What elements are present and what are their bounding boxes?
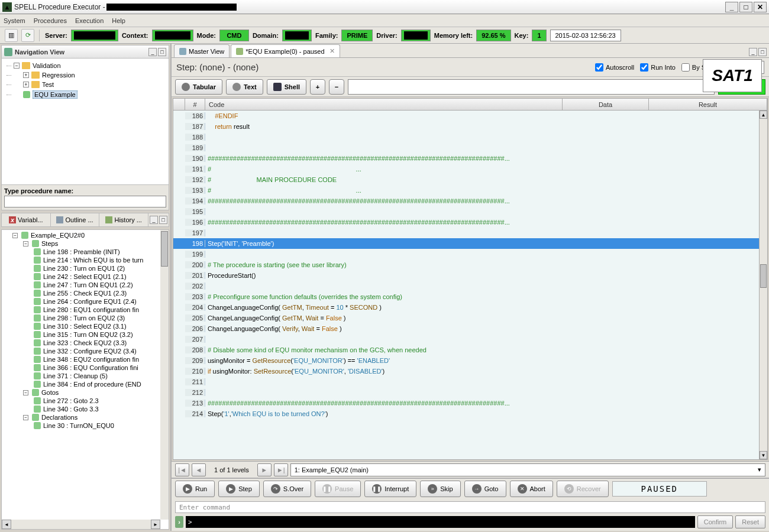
skip-button[interactable]: »Skip	[420, 481, 460, 497]
nav-next-button[interactable]: ►	[257, 463, 272, 476]
code-line[interactable]: 214Step('1','Which EQU is to be turned O…	[173, 408, 759, 419]
tab-variables[interactable]: xVariabl...	[2, 213, 51, 226]
code-line[interactable]: 190#####################################…	[173, 153, 759, 164]
outline-hscroll[interactable]: ◄►	[2, 520, 160, 529]
tree-test[interactable]: Test	[42, 81, 54, 88]
code-line[interactable]: 194#####################################…	[173, 196, 759, 206]
tab-min-icon[interactable]: _	[150, 216, 158, 224]
outline-item[interactable]: Line 230 : Turn on EQU1 (2)	[2, 264, 169, 273]
tab-outline[interactable]: Outline ...	[51, 213, 100, 226]
outline-item[interactable]: Line 340 : Goto 3.3	[2, 405, 169, 413]
sover-button[interactable]: ↷S.Over	[263, 481, 311, 497]
outline-item[interactable]: Line 371 : Cleanup (5)	[2, 372, 169, 380]
command-input[interactable]: >	[186, 516, 695, 528]
outline-item[interactable]: Line 247 : Turn ON EQU1 (2.2)	[2, 281, 169, 289]
outline-steps[interactable]: Steps	[41, 240, 58, 247]
outline-decl[interactable]: Declarations	[41, 414, 77, 421]
confirm-button[interactable]: Confirm	[697, 515, 734, 528]
nav-last-button[interactable]: ►|	[274, 463, 288, 476]
code-line[interactable]: 205ChangeLanguageConfig( GetTM, Wait = F…	[173, 313, 759, 323]
expander-icon[interactable]: −	[23, 415, 28, 420]
view-input[interactable]	[348, 79, 715, 95]
pause-button[interactable]: ❚❚Pause	[315, 481, 361, 497]
hdr-code[interactable]: Code	[205, 99, 563, 110]
code-line[interactable]: 198Step('INIT', 'Preamble')	[173, 238, 759, 249]
scroll-down-icon[interactable]: ▼	[760, 451, 767, 459]
code-line[interactable]: 196#####################################…	[173, 217, 759, 228]
outline-item[interactable]: Line 332 : Configure EQU2 (3.4)	[2, 347, 169, 355]
code-line[interactable]: 197	[173, 228, 759, 238]
code-line[interactable]: 191# ...	[173, 164, 759, 174]
nav-prev-button[interactable]: ◄	[192, 463, 206, 476]
hdr-num[interactable]: #	[185, 99, 205, 110]
hdr-data[interactable]: Data	[563, 99, 649, 110]
goto-button[interactable]: →Goto	[464, 481, 506, 497]
code-line[interactable]: 192# MAIN PROCEDURE CODE	[173, 174, 759, 185]
outline-item[interactable]: Line 198 : Preamble (INIT)	[2, 248, 169, 256]
editor-max-icon[interactable]: □	[758, 48, 767, 56]
expander-icon[interactable]: +	[23, 82, 29, 87]
outline-item[interactable]: Line 323 : Check EQU2 (3.3)	[2, 339, 169, 347]
code-line[interactable]: 189	[173, 142, 759, 153]
editor-min-icon[interactable]: _	[749, 48, 757, 56]
run-button[interactable]: ▶Run	[175, 481, 215, 497]
nav-first-button[interactable]: |◄	[175, 463, 189, 476]
outline-item[interactable]: Line 384 : End of procedure (END	[2, 380, 169, 388]
scroll-thumb[interactable]	[760, 264, 767, 288]
code-line[interactable]: 207	[173, 334, 759, 345]
outline-item[interactable]: Line 242 : Select EQU1 (2.1)	[2, 273, 169, 281]
maximize-button[interactable]: □	[739, 2, 752, 12]
outline-tree[interactable]: −Example_EQU2#0 −Steps Line 198 : Preamb…	[2, 230, 169, 431]
step-button[interactable]: ▶Step	[218, 481, 260, 497]
tool-button-1[interactable]: ▥	[5, 29, 18, 42]
code-line[interactable]: 187 return result	[173, 121, 759, 132]
outline-item[interactable]: Line 214 : Which EQU is to be turn	[2, 256, 169, 264]
outline-item[interactable]: Line 348 : EQU2 configuration fin	[2, 355, 169, 364]
expander-icon[interactable]: −	[14, 63, 20, 69]
code-line[interactable]: 199	[173, 249, 759, 259]
code-line[interactable]: 186 #ENDIF	[173, 111, 759, 121]
outline-item[interactable]: Line 280 : EQU1 configuration fin	[2, 306, 169, 314]
abort-button[interactable]: ✕Abort	[510, 481, 553, 497]
hdr-result[interactable]: Result	[649, 99, 767, 110]
outline-item[interactable]: Line 272 : Goto 2.3	[2, 397, 169, 405]
outline-item[interactable]: Line 310 : Select EQU2 (3.1)	[2, 322, 169, 330]
expander-icon[interactable]: +	[23, 72, 29, 78]
code-line[interactable]: 195	[173, 206, 759, 217]
tab-history[interactable]: History ...	[99, 213, 148, 226]
tab-max-icon[interactable]: □	[159, 216, 167, 224]
outline-item[interactable]: Line 255 : Check EQU1 (2.3)	[2, 289, 169, 297]
stack-select[interactable]: 1: Example_EQU2 (main)▾	[290, 463, 765, 476]
menu-system[interactable]: System	[4, 17, 25, 24]
close-button[interactable]: ✕	[754, 2, 767, 12]
remove-button[interactable]: −	[329, 79, 344, 95]
tab-equ-example[interactable]: *EQU Example(0) - paused✕	[231, 44, 340, 57]
runinto-check[interactable]: Run Into	[640, 63, 676, 72]
panel-max-icon[interactable]: □	[158, 48, 166, 56]
code-line[interactable]: 188	[173, 132, 759, 142]
tab-close-icon[interactable]: ✕	[329, 47, 335, 55]
outline-item[interactable]: Line 264 : Configure EQU1 (2.4)	[2, 297, 169, 306]
type-proc-input[interactable]	[4, 196, 166, 207]
autoscroll-check[interactable]: Autoscroll	[595, 63, 634, 72]
code-vscroll[interactable]: ▲ ▼	[759, 111, 767, 459]
code-line[interactable]: 213#####################################…	[173, 398, 759, 408]
panel-min-icon[interactable]: _	[148, 48, 157, 56]
menu-procedures[interactable]: Procedures	[34, 17, 67, 24]
scroll-up-icon[interactable]: ▲	[760, 111, 767, 119]
outline-item[interactable]: Line 298 : Turn on EQU2 (3)	[2, 314, 169, 322]
code-line[interactable]: 206ChangeLanguageConfig( Verify, Wait = …	[173, 323, 759, 334]
code-line[interactable]: 209usingMonitor = GetResource('EQU_MONIT…	[173, 355, 759, 366]
tree-regression[interactable]: Regression	[42, 72, 75, 79]
outline-item[interactable]: Line 30 : TurnON_EQU0	[2, 421, 169, 430]
shell-button[interactable]: Shell	[267, 79, 306, 95]
outline-gotos[interactable]: Gotos	[41, 389, 59, 396]
expander-icon[interactable]: −	[23, 390, 28, 395]
text-button[interactable]: Text	[226, 79, 263, 95]
outline-item[interactable]: Line 366 : EQU Configuration fini	[2, 364, 169, 372]
expander-icon[interactable]: −	[23, 241, 28, 246]
menu-execution[interactable]: Execution	[75, 17, 104, 24]
nav-tree[interactable]: −Validation +Regression +Test EQU Exampl…	[4, 61, 166, 100]
menu-help[interactable]: Help	[112, 17, 125, 24]
code-line[interactable]: 202	[173, 281, 759, 291]
